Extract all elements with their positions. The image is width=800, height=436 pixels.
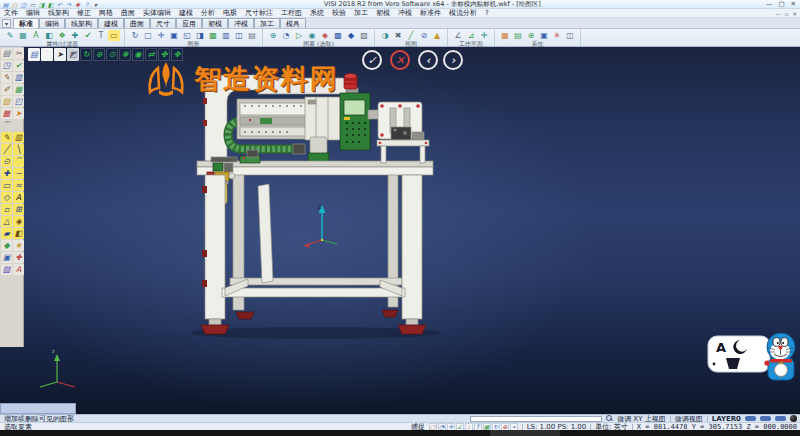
select-polygon-icon[interactable]: ▧ bbox=[358, 30, 370, 41]
annotate-icon[interactable]: A bbox=[13, 264, 24, 275]
ribbon-tab[interactable]: 尺寸 bbox=[150, 18, 176, 28]
qat-dropdown-icon[interactable]: ▾ bbox=[92, 1, 99, 8]
draw-line-icon[interactable]: ╱ bbox=[1, 144, 12, 155]
import-icon[interactable]: ◨ bbox=[38, 1, 45, 8]
fit-view-icon[interactable]: ✥ bbox=[171, 48, 183, 61]
copy-tool-icon[interactable]: ◳ bbox=[1, 60, 12, 71]
delete-icon[interactable]: ✚ bbox=[13, 252, 24, 263]
redraw-icon[interactable]: ↻ bbox=[129, 30, 141, 41]
ribbon-tab[interactable]: 编辑 bbox=[39, 18, 65, 28]
draw-wave-icon[interactable]: ≈ bbox=[13, 180, 24, 191]
view-list-icon[interactable]: ▤ bbox=[28, 48, 40, 61]
spin-x-icon[interactable]: ⊕ bbox=[93, 48, 105, 61]
array-icon[interactable]: ▣ bbox=[1, 252, 12, 263]
zoom-window-icon[interactable]: ▢ bbox=[142, 30, 154, 41]
menu-item[interactable]: 模流分析 bbox=[445, 8, 481, 18]
ribbon-tab[interactable]: 建模 bbox=[98, 18, 124, 28]
view-orientation-icon[interactable]: ◑ bbox=[379, 30, 391, 41]
draw-grid-icon[interactable]: ⊞ bbox=[13, 204, 24, 215]
highlight-icon[interactable]: ▭ bbox=[108, 30, 120, 41]
menu-item[interactable]: 编辑 bbox=[22, 8, 44, 18]
grid-tool-icon[interactable]: ▥ bbox=[13, 72, 24, 83]
settings-icon[interactable]: ▦ bbox=[499, 30, 511, 41]
menu-item[interactable]: 冲模 bbox=[394, 8, 416, 18]
draw-freehand-icon[interactable]: ✎ bbox=[1, 132, 12, 143]
print-icon[interactable]: ▭ bbox=[29, 1, 36, 8]
save-icon[interactable]: ◫ bbox=[20, 1, 27, 8]
ribbon-tab[interactable]: 曲面 bbox=[124, 18, 150, 28]
viewport-3d[interactable]: ▤➤◩↻⊕⊙❋◉⇄✤✥ ✓✕‹› bbox=[0, 47, 800, 414]
visibility-icon[interactable]: ▤ bbox=[246, 30, 258, 41]
open-file-icon[interactable]: ◰ bbox=[11, 1, 18, 8]
frame-tool-icon[interactable]: ◰ bbox=[13, 96, 24, 107]
ribbon-tab[interactable]: 冲模 bbox=[228, 18, 254, 28]
apply-filter-icon[interactable]: ✔ bbox=[82, 30, 94, 41]
menu-item[interactable]: 系统 bbox=[306, 8, 328, 18]
menu-item[interactable]: 尺寸标注 bbox=[241, 8, 277, 18]
zoom-in-icon[interactable]: ▣ bbox=[168, 30, 180, 41]
mdi-control[interactable]: — bbox=[775, 11, 781, 17]
hide-entities-icon[interactable]: ◫ bbox=[233, 30, 245, 41]
draw-circle-icon[interactable]: ⊙ bbox=[1, 156, 12, 167]
draw-offset-icon[interactable]: ▫ bbox=[1, 204, 12, 215]
tool-head[interactable] bbox=[308, 137, 329, 164]
select-all-icon[interactable]: ⊕ bbox=[267, 30, 279, 41]
previous-button[interactable]: ‹ bbox=[418, 50, 438, 70]
menu-item[interactable]: 建模 bbox=[175, 8, 197, 18]
select-box-icon[interactable]: ◆ bbox=[345, 30, 357, 41]
measure-tool-icon[interactable]: ✐ bbox=[1, 84, 12, 95]
menu-item[interactable]: 加工 bbox=[350, 8, 372, 18]
view-normal-icon[interactable]: ▲ bbox=[431, 30, 443, 41]
mirror-icon[interactable]: ★ bbox=[13, 240, 24, 251]
view-shade-icon[interactable]: ◩ bbox=[67, 48, 79, 61]
undo-icon[interactable]: ↶ bbox=[56, 1, 63, 8]
draw-arc-icon[interactable]: ⌒ bbox=[13, 156, 24, 167]
view-cursor-icon[interactable]: ➤ bbox=[54, 48, 66, 61]
export-icon[interactable]: ◧ bbox=[47, 1, 54, 8]
transform-icon[interactable]: ◆ bbox=[1, 240, 12, 251]
menu-item[interactable]: 塑模 bbox=[372, 8, 394, 18]
pan-icon[interactable]: ✛ bbox=[155, 30, 167, 41]
spin-y-icon[interactable]: ⊙ bbox=[106, 48, 118, 61]
mesh-tool-icon[interactable]: ▦ bbox=[13, 84, 24, 95]
draw-text-icon[interactable]: A bbox=[13, 192, 24, 203]
spacer[interactable] bbox=[13, 120, 24, 131]
spin-z-icon[interactable]: ❋ bbox=[119, 48, 131, 61]
menu-item[interactable]: 实体编辑 bbox=[139, 8, 175, 18]
draw-segment-icon[interactable]: ╲ bbox=[13, 144, 24, 155]
ribbon-tab[interactable]: 模具 bbox=[280, 18, 306, 28]
menu-item[interactable]: 网格 bbox=[95, 8, 117, 18]
orient-tool-icon[interactable]: ➤ bbox=[13, 108, 24, 119]
hatch-tool-icon[interactable]: ▧ bbox=[1, 96, 12, 107]
shade-mode-icon[interactable]: ▨ bbox=[1, 264, 12, 275]
ribbon-tab[interactable]: 应用 bbox=[176, 18, 202, 28]
menu-item[interactable]: 校验 bbox=[328, 8, 350, 18]
arc-tool-icon[interactable]: ⌒ bbox=[1, 120, 12, 131]
calculator-icon[interactable]: ▤ bbox=[512, 30, 524, 41]
type-filter-icon[interactable]: T bbox=[95, 30, 107, 41]
draw-point-icon[interactable]: ✚ bbox=[1, 168, 12, 179]
ribbon-tab[interactable]: 线架构 bbox=[65, 18, 98, 28]
draw-fill-icon[interactable]: ▰ bbox=[1, 228, 12, 239]
menu-item[interactable]: 工程图 bbox=[277, 8, 306, 18]
face-filter-icon[interactable]: ▦ bbox=[17, 30, 29, 41]
flip-view-icon[interactable]: ⇄ bbox=[145, 48, 157, 61]
draw-half-icon[interactable]: ◧ bbox=[13, 228, 24, 239]
hanging-panel[interactable] bbox=[258, 184, 273, 283]
ribbon-tab[interactable]: 加工 bbox=[254, 18, 280, 28]
control-box[interactable] bbox=[340, 93, 370, 150]
redo-icon[interactable]: ↷ bbox=[65, 1, 72, 8]
view-isometric-icon[interactable]: ⊘ bbox=[418, 30, 430, 41]
linear-slide[interactable] bbox=[237, 97, 341, 140]
shaded-view-icon[interactable]: ▩ bbox=[207, 30, 219, 41]
next-button[interactable]: › bbox=[443, 50, 463, 70]
add-icon[interactable]: ✚ bbox=[74, 1, 81, 8]
sketch-tool-icon[interactable]: ✎ bbox=[1, 72, 12, 83]
menu-item[interactable]: 电极 bbox=[219, 8, 241, 18]
top-view-icon[interactable]: ✤ bbox=[158, 48, 170, 61]
maximize-button[interactable]: ▢ bbox=[778, 0, 784, 8]
beacon-lamp[interactable] bbox=[344, 74, 358, 94]
help-icon[interactable]: ? bbox=[83, 1, 90, 8]
tab-dropdown-icon[interactable]: ▾ bbox=[2, 19, 11, 28]
confirm-button[interactable]: ✓ bbox=[362, 50, 382, 70]
